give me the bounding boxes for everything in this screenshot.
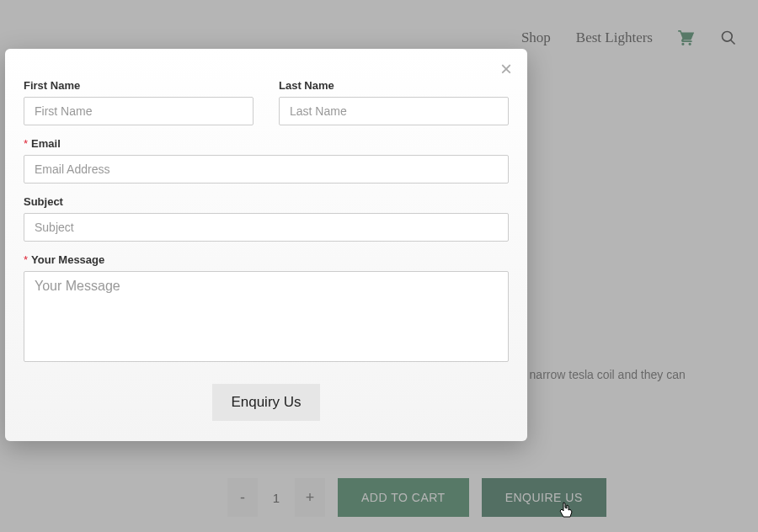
enquiry-submit-button[interactable]: Enquiry Us	[212, 384, 319, 421]
message-field-wrap: *Your Message	[24, 253, 509, 365]
subject-input[interactable]	[24, 213, 509, 242]
last-name-input[interactable]	[279, 97, 509, 125]
first-name-label: First Name	[24, 79, 254, 92]
email-label: *Email	[24, 137, 509, 150]
first-name-field-wrap: First Name	[24, 79, 254, 125]
first-name-input[interactable]	[24, 97, 254, 125]
message-label: *Your Message	[24, 253, 509, 266]
subject-label: Subject	[24, 195, 509, 208]
email-field-wrap: *Email	[24, 137, 509, 184]
required-marker: *	[24, 137, 28, 150]
last-name-label: Last Name	[279, 79, 509, 92]
last-name-field-wrap: Last Name	[279, 79, 509, 125]
required-marker: *	[24, 253, 28, 266]
close-icon[interactable]: ×	[500, 59, 512, 79]
enquiry-modal: × First Name Last Name *Email Subject	[5, 49, 527, 441]
subject-field-wrap: Subject	[24, 195, 509, 242]
message-textarea[interactable]	[24, 271, 509, 362]
email-input[interactable]	[24, 155, 509, 184]
